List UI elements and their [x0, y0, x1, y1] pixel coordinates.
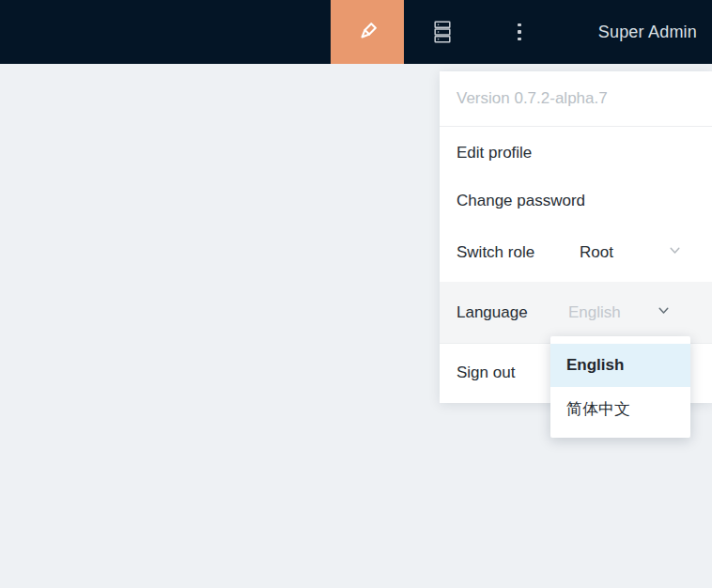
active-tool-tile[interactable] [331, 0, 404, 64]
switch-role-value[interactable]: Root [580, 243, 613, 262]
chevron-down-icon [668, 243, 682, 262]
language-option-simplified-chinese[interactable]: 简体中文 [550, 387, 690, 430]
menu-item-language[interactable]: Language English [440, 282, 712, 343]
top-navigation-bar: Super Admin [0, 0, 712, 64]
menu-item-switch-role[interactable]: Switch role Root [440, 224, 712, 282]
highlighter-icon [353, 18, 381, 46]
language-option-english[interactable]: English [550, 344, 690, 387]
language-value[interactable]: English [568, 303, 621, 322]
switch-role-label: Switch role [457, 243, 534, 262]
menu-item-change-password[interactable]: Change password [440, 178, 712, 224]
overflow-menu-button[interactable] [503, 0, 536, 64]
user-name: Super Admin [598, 23, 697, 42]
user-menu-trigger[interactable]: Super Admin [598, 0, 697, 64]
version-info: Version 0.7.2-alpha.7 [440, 71, 712, 127]
kebab-menu-icon [518, 23, 521, 41]
chevron-down-icon [657, 303, 671, 322]
language-submenu: English 简体中文 [550, 336, 690, 438]
server-menu-button[interactable] [426, 0, 459, 64]
menu-item-edit-profile[interactable]: Edit profile [440, 127, 712, 178]
server-icon [432, 20, 453, 44]
language-label: Language [457, 303, 528, 322]
